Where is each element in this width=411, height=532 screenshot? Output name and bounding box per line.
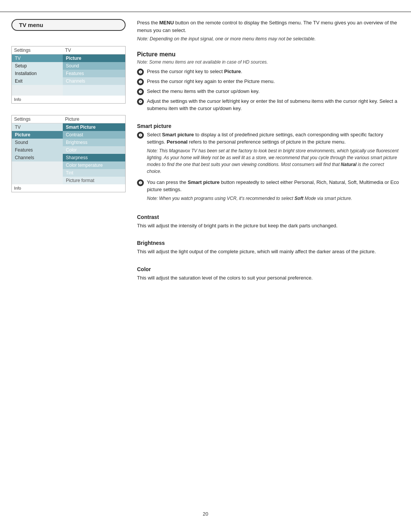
table-row: Color temperature xyxy=(12,161,125,169)
step-num-4: ❹ xyxy=(137,98,144,105)
table1-row4-left: Exit xyxy=(12,77,63,85)
table1-wrapper: Settings TV TV Picture Setup Sound Insta… xyxy=(11,46,126,104)
table1-col2-header: TV xyxy=(63,46,125,54)
intro-main-text: Press the MENU button on the remote cont… xyxy=(137,19,400,34)
picture-step-4: ❹ Adjust the settings with the cursor le… xyxy=(137,97,400,112)
smart-step1-note1: Note: This Magnavox TV has been set at t… xyxy=(147,147,400,175)
table2-col2-header: Picture xyxy=(63,115,125,123)
left-column: TV menu Settings TV TV Picture Setup Sou… xyxy=(11,19,126,284)
table1-header: Settings TV xyxy=(12,46,125,54)
table1-info-row: Info xyxy=(12,96,125,103)
step2-text: Press the cursor right key again to ente… xyxy=(147,78,400,85)
table2-info-label: Info xyxy=(12,184,125,192)
table-row: Tint xyxy=(12,169,125,177)
table-row: Features Color xyxy=(12,146,125,154)
top-border xyxy=(0,11,411,12)
page-number: 20 xyxy=(0,500,411,517)
smart-picture-section: Smart picture ❶ Select Smart picture to … xyxy=(137,119,400,206)
table2-row4-left: Features xyxy=(12,146,63,154)
smart-step-num-2: ❷ xyxy=(137,179,144,186)
content-area: TV menu Settings TV TV Picture Setup Sou… xyxy=(0,19,411,284)
smart-picture-title: Smart picture xyxy=(137,123,400,129)
smart-step2-main: You can press the Smart picture button r… xyxy=(147,179,400,193)
smart-step1-main: Select Smart picture to display a list o… xyxy=(147,131,400,146)
table2-row4-right: Color xyxy=(63,146,125,154)
table1-row4-right: Channels xyxy=(63,77,125,85)
table1-row3-left: Installation xyxy=(12,70,63,77)
table2-col1-header: Settings xyxy=(12,115,63,123)
step-num-3: ❸ xyxy=(137,88,144,95)
table2-row2-right: Contrast xyxy=(63,131,125,139)
smart-step-num-1: ❶ xyxy=(137,132,144,139)
color-title: Color xyxy=(137,266,400,272)
table2-row2-left: Picture xyxy=(12,131,63,139)
table2-row6-left xyxy=(12,161,63,169)
table2-row3-left: Sound xyxy=(12,139,63,146)
right-column: Press the MENU button on the remote cont… xyxy=(137,19,400,284)
table1-row2-left: Setup xyxy=(12,62,63,70)
table2-header: Settings Picture xyxy=(12,115,125,123)
picture-step-3: ❸ Select the menu items with the cursor … xyxy=(137,88,400,95)
smart-step2-content: You can press the Smart picture button r… xyxy=(147,179,400,203)
table-row: TV Picture xyxy=(12,54,125,62)
color-text: This will adjust the saturation level of… xyxy=(137,274,400,282)
tv-menu-badge: TV menu xyxy=(11,19,126,31)
step-num-1: ❶ xyxy=(137,69,144,75)
table-row: Channels Sharpness xyxy=(12,154,125,161)
table-row: Installation Features xyxy=(12,70,125,77)
table-row: Exit Channels xyxy=(12,77,125,85)
table2-row1-right: Smart Picture xyxy=(63,123,125,131)
brightness-text: This will adjust the light output of the… xyxy=(137,248,400,256)
intro-text-block: Press the MENU button on the remote cont… xyxy=(137,19,400,43)
table-row: TV Smart Picture xyxy=(12,123,125,131)
table1-row3-right: Features xyxy=(63,70,125,77)
step4-text: Adjust the settings with the cursor left… xyxy=(147,97,400,112)
table2-row7-left xyxy=(12,169,63,177)
picture-step-1: ❶ Press the cursor right key to select P… xyxy=(137,68,400,75)
menu-table-2: Settings Picture TV Smart Picture Pictur… xyxy=(12,115,125,192)
picture-step-2: ❷ Press the cursor right key again to en… xyxy=(137,78,400,85)
table1-row1-right: Picture xyxy=(63,54,125,62)
smart-picture-steps: ❶ Select Smart picture to display a list… xyxy=(137,131,400,203)
table1-col1-header: Settings xyxy=(12,46,63,54)
smart-step-2: ❷ You can press the Smart picture button… xyxy=(137,179,400,203)
picture-menu-title: Picture menu xyxy=(137,51,400,58)
intro-note: Note: Depending on the input signal, one… xyxy=(137,35,400,43)
table1-info-label: Info xyxy=(12,96,125,103)
picture-menu-note: Note: Some menu items are not available … xyxy=(137,59,400,65)
color-section: Color This will adjust the saturation le… xyxy=(137,262,400,284)
picture-menu-steps: ❶ Press the cursor right key to select P… xyxy=(137,68,400,112)
table1-row8-left xyxy=(12,92,63,96)
table-row xyxy=(12,92,125,96)
table2-row5-right: Sharpness xyxy=(63,154,125,161)
table-row: Picture Contrast xyxy=(12,131,125,139)
table2-row3-right: Brightness xyxy=(63,139,125,146)
table1-row1-left: TV xyxy=(12,54,63,62)
menu-table-1: Settings TV TV Picture Setup Sound Insta… xyxy=(12,46,125,103)
table2-row8-left xyxy=(12,177,63,184)
step3-text: Select the menu items with the cursor up… xyxy=(147,88,400,95)
table2-row5-left: Channels xyxy=(12,154,63,161)
table2-row8-right: Picture format xyxy=(63,177,125,184)
contrast-title: Contrast xyxy=(137,214,400,220)
table2-wrapper: Settings Picture TV Smart Picture Pictur… xyxy=(11,115,126,192)
table2-row7-right: Tint xyxy=(63,169,125,177)
picture-menu-section: Picture menu Note: Some menu items are n… xyxy=(137,47,400,115)
page: TV menu Settings TV TV Picture Setup Sou… xyxy=(0,0,411,532)
table-row: Sound Brightness xyxy=(12,139,125,146)
table2-row6-right: Color temperature xyxy=(63,161,125,169)
smart-step2-note: Note: When you watch programs using VCR,… xyxy=(147,195,400,202)
step1-text: Press the cursor right key to select Pic… xyxy=(147,68,400,75)
table2-row1-left: TV xyxy=(12,123,63,131)
brightness-title: Brightness xyxy=(137,240,400,246)
table1-row2-right: Sound xyxy=(63,62,125,70)
smart-step-1: ❶ Select Smart picture to display a list… xyxy=(137,131,400,176)
contrast-section: Contrast This will adjust the intensity … xyxy=(137,210,400,232)
table2-info-row: Info xyxy=(12,184,125,192)
contrast-text: This will adjust the intensity of bright… xyxy=(137,222,400,230)
smart-step1-content: Select Smart picture to display a list o… xyxy=(147,131,400,176)
table-row: Setup Sound xyxy=(12,62,125,70)
table1-row8-right xyxy=(63,92,125,96)
step-num-2: ❷ xyxy=(137,78,144,85)
brightness-section: Brightness This will adjust the light ou… xyxy=(137,236,400,258)
